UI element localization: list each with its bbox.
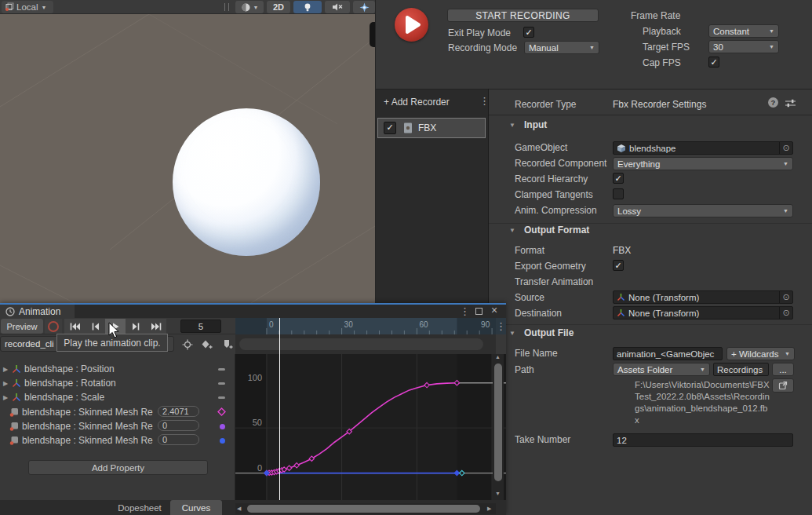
open-path-button[interactable] xyxy=(772,378,794,393)
property-row[interactable]: ▶ blendshape : Scale xyxy=(0,390,235,404)
tab-dopesheet[interactable]: Dopesheet xyxy=(110,500,169,515)
add-event-button[interactable] xyxy=(218,337,237,352)
orientation-gizmo-button[interactable]: Local ▼ xyxy=(2,1,53,13)
timeline-ruler[interactable]: 0306090 xyxy=(235,318,496,334)
playhead[interactable] xyxy=(279,318,280,500)
export-geometry-checkbox[interactable]: ✓ xyxy=(613,260,624,271)
preset-sliders-icon[interactable] xyxy=(785,98,796,108)
property-value-field[interactable]: 2.4071 xyxy=(158,406,199,417)
maximize-icon[interactable] xyxy=(475,308,482,315)
chevron-down-icon: ▼ xyxy=(781,351,790,356)
ruler-svg: 0306090 xyxy=(235,318,496,334)
audio-muted-icon xyxy=(332,2,343,12)
scroll-right-icon[interactable]: ▶ xyxy=(487,506,491,512)
property-row[interactable]: blendshape : Skinned Mesh Re 0 xyxy=(0,433,235,447)
property-value-field[interactable]: 0 xyxy=(158,434,199,445)
help-icon[interactable]: ? xyxy=(768,97,778,108)
path-root-dropdown[interactable]: Assets Folder▼ xyxy=(613,363,710,376)
output-file-header: Output File xyxy=(524,327,573,338)
2d-toggle-button[interactable]: 2D xyxy=(267,1,290,13)
previous-frame-button[interactable] xyxy=(85,319,105,334)
path-folder-input[interactable]: Recordings xyxy=(713,363,769,376)
anim-compression-dropdown[interactable]: Lossy▼ xyxy=(613,204,793,217)
foldout-icon[interactable]: ▶ xyxy=(3,366,8,373)
source-object-field[interactable]: None (Transform) ⊙ xyxy=(613,290,793,304)
property-label: blendshape : Skinned Mesh Re xyxy=(22,407,157,418)
property-value-field[interactable]: 0 xyxy=(158,420,199,431)
add-keyframe-button[interactable] xyxy=(198,337,217,352)
cap-fps-checkbox[interactable]: ✓ xyxy=(708,57,719,68)
horizontal-scrollbar[interactable]: ◀ ▶ xyxy=(235,503,496,514)
exit-play-mode-checkbox[interactable]: ✓ xyxy=(523,27,534,38)
frame-number-input[interactable]: 5 xyxy=(180,320,221,333)
clamped-tangents-label: Clamped Tangents xyxy=(515,189,593,200)
take-number-input[interactable]: 12 xyxy=(613,433,793,447)
format-label: Format xyxy=(515,245,544,256)
clip-bar[interactable] xyxy=(239,338,483,350)
browse-path-button[interactable]: ... xyxy=(772,363,794,376)
toolbar-drag-handle[interactable] xyxy=(224,3,229,11)
scene-effects-button[interactable] xyxy=(353,1,375,13)
property-row[interactable]: blendshape : Skinned Mesh Re 2.4071 xyxy=(0,405,235,419)
recorded-component-dropdown[interactable]: Everything▼ xyxy=(613,157,793,170)
output-file-foldout-icon[interactable]: ▼ xyxy=(509,330,515,337)
scroll-up-icon[interactable]: ▲ xyxy=(495,354,501,360)
goto-begin-button[interactable] xyxy=(64,319,85,334)
target-fps-dropdown[interactable]: 30▼ xyxy=(708,40,779,53)
tab-animation[interactable]: Animation xyxy=(0,305,75,318)
recorder-item-label: FBX xyxy=(418,122,436,133)
scrollbar-thumb[interactable] xyxy=(247,505,480,513)
svg-text:90: 90 xyxy=(481,320,490,329)
vertical-scrollbar[interactable]: ▲ ▼ xyxy=(493,354,504,500)
next-frame-button[interactable] xyxy=(126,319,146,334)
scene-viewport[interactable] xyxy=(0,14,375,303)
add-event-icon xyxy=(222,339,234,349)
prefab-cube-icon xyxy=(617,144,626,153)
scroll-left-icon[interactable]: ◀ xyxy=(237,506,241,512)
file-name-label: File Name xyxy=(515,348,558,359)
preview-button[interactable]: Preview xyxy=(1,319,43,334)
foldout-icon[interactable]: ▶ xyxy=(3,380,8,387)
filter-curves-button[interactable] xyxy=(179,337,196,352)
blendshape-sphere[interactable] xyxy=(173,108,320,256)
recorder-item-fbx[interactable]: ✓ FBX xyxy=(377,118,486,138)
curve-editor[interactable]: 100500 xyxy=(235,354,506,500)
object-picker-icon[interactable]: ⊙ xyxy=(779,142,792,154)
add-recorder-button[interactable]: + Add Recorder xyxy=(384,97,450,108)
output-format-foldout-icon[interactable]: ▼ xyxy=(509,227,515,234)
playback-label: Playback xyxy=(643,26,681,37)
recorder-item-checkbox[interactable]: ✓ xyxy=(384,122,396,134)
scroll-down-icon[interactable]: ▼ xyxy=(495,491,501,496)
recording-mode-dropdown[interactable]: Manual▼ xyxy=(524,41,599,54)
shading-mode-button[interactable]: ▼ xyxy=(235,1,264,13)
scene-audio-button[interactable] xyxy=(325,1,350,13)
goto-end-button[interactable] xyxy=(146,319,166,334)
skinned-mesh-icon xyxy=(9,436,19,445)
destination-object-field[interactable]: None (Transform) ⊙ xyxy=(613,306,793,320)
unity-editor: { "scene": { "orientation_label": "Local… xyxy=(0,0,812,515)
scene-lighting-button[interactable] xyxy=(293,1,322,13)
wildcards-dropdown[interactable]: + Wildcards▼ xyxy=(726,347,795,360)
record-button[interactable] xyxy=(45,319,62,334)
property-row[interactable]: ▶ blendshape : Position xyxy=(0,362,235,376)
tab-curves[interactable]: Curves xyxy=(170,500,222,515)
object-picker-icon[interactable]: ⊙ xyxy=(779,307,792,319)
start-recording-button[interactable]: START RECORDING xyxy=(447,9,599,22)
curves-label: Curves xyxy=(182,503,210,513)
object-picker-icon[interactable]: ⊙ xyxy=(779,291,792,303)
add-property-button[interactable]: Add Property xyxy=(28,460,208,475)
gameobject-object-field[interactable]: blendshape ⊙ xyxy=(613,141,793,155)
take-number-label: Take Number xyxy=(515,434,570,445)
property-row[interactable]: blendshape : Skinned Mesh Re 0 xyxy=(0,419,235,433)
playback-dropdown[interactable]: Constant▼ xyxy=(708,24,779,38)
window-menu-icon[interactable]: ⋮ xyxy=(460,306,470,316)
close-icon[interactable]: × xyxy=(491,304,497,316)
ruler-menu[interactable]: ⋮ xyxy=(496,318,506,334)
scrollbar-thumb[interactable] xyxy=(494,363,502,481)
foldout-icon[interactable]: ▶ xyxy=(3,394,8,401)
clamped-tangents-checkbox[interactable] xyxy=(613,188,624,199)
property-row[interactable]: ▶ blendshape : Rotation xyxy=(0,376,235,390)
input-foldout-icon[interactable]: ▼ xyxy=(509,122,515,129)
file-name-input[interactable]: animation_<GameObjec xyxy=(613,347,723,360)
record-hierarchy-checkbox[interactable]: ✓ xyxy=(613,173,624,184)
